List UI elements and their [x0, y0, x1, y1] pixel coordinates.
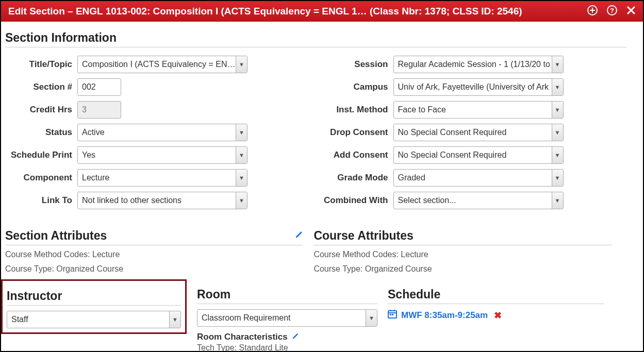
course-attributes-line1: Course Method Codes: Lecture [313, 248, 612, 261]
campus-select[interactable]: Univ of Ark, Fayetteville (University of… [393, 78, 564, 96]
section-attributes-line1: Course Method Codes: Lecture [5, 248, 303, 261]
campus-label: Campus [321, 82, 393, 92]
inst-method-select[interactable]: Face to Face▼ [393, 101, 564, 119]
left-column: Title/Topic Composition I (ACTS Equivale… [5, 51, 311, 214]
chevron-down-icon: ▼ [552, 102, 563, 118]
room-characteristics-heading: Room Characteristics [197, 332, 377, 342]
credit-hrs-input: 3 [77, 101, 121, 119]
instructor-room-schedule-row: Instructor Staff ▼ Room Classroom Requir… [5, 283, 626, 351]
instructor-block: Instructor Staff ▼ [1, 279, 187, 334]
close-icon[interactable] [626, 6, 636, 17]
remove-schedule-icon[interactable]: ✖ [494, 310, 502, 321]
chevron-down-icon: ▼ [236, 124, 247, 141]
svg-text:?: ? [610, 7, 614, 14]
section-number-input[interactable]: 002 [77, 78, 121, 96]
instructor-select[interactable]: Staff ▼ [7, 311, 181, 328]
chevron-down-icon: ▼ [552, 56, 563, 73]
chevron-down-icon: ▼ [236, 170, 247, 186]
right-column: Session Regular Academic Session - 1 (1/… [321, 51, 627, 214]
session-select[interactable]: Regular Academic Session - 1 (1/13/20 to… [393, 56, 564, 73]
inst-method-label: Inst. Method [321, 105, 393, 115]
schedule-print-select[interactable]: Yes▼ [77, 146, 247, 164]
pencil-icon[interactable] [292, 332, 299, 341]
section-attributes-heading: Section Attributes [5, 229, 303, 245]
instructor-heading: Instructor [7, 289, 181, 306]
chevron-down-icon: ▼ [552, 170, 563, 186]
room-characteristics-value: Tech Type: Standard Lite [197, 343, 377, 351]
help-icon[interactable]: ? [607, 5, 617, 18]
add-icon[interactable] [587, 5, 598, 18]
schedule-heading: Schedule [388, 288, 604, 304]
chevron-down-icon: ▼ [552, 192, 563, 209]
link-to-select[interactable]: Not linked to other sections▼ [77, 192, 247, 209]
course-attributes-line2: Course Type: Organized Course [313, 263, 612, 275]
schedule-line: MWF 8:35am-9:25am ✖ [388, 309, 604, 321]
grade-mode-label: Grade Mode [321, 173, 393, 183]
combined-with-select[interactable]: Select section...▼ [393, 192, 564, 209]
attributes-row: Section Attributes Course Method Codes: … [5, 225, 626, 275]
form-columns: Title/Topic Composition I (ACTS Equivale… [5, 51, 626, 214]
add-consent-select[interactable]: No Special Consent Required▼ [393, 146, 564, 164]
chevron-down-icon: ▼ [236, 147, 247, 163]
chevron-down-icon: ▼ [366, 310, 377, 326]
schedule-link[interactable]: MWF 8:35am-9:25am [401, 310, 488, 321]
section-attributes-block: Section Attributes Course Method Codes: … [5, 225, 303, 275]
room-heading: Room [197, 288, 377, 304]
calendar-icon[interactable] [388, 309, 397, 321]
course-attributes-block: Course Attributes Course Method Codes: L… [313, 225, 612, 275]
section-information-heading: Section Information [5, 31, 626, 47]
svg-rect-12 [392, 314, 393, 315]
edit-section-window: Edit Section – ENGL 1013-002: Compositio… [0, 0, 644, 352]
component-select[interactable]: Lecture▼ [77, 169, 247, 187]
chevron-down-icon: ▼ [236, 56, 247, 73]
titlebar: Edit Section – ENGL 1013-002: Compositio… [1, 1, 643, 22]
session-label: Session [321, 59, 393, 70]
room-block: Room Classroom Requirement ▼ Room Charac… [197, 283, 377, 351]
add-consent-label: Add Consent [321, 150, 393, 160]
combined-with-label: Combined With [321, 195, 393, 206]
titlebar-icons: ? [587, 5, 636, 18]
chevron-down-icon: ▼ [552, 79, 563, 95]
pencil-icon[interactable] [295, 230, 303, 241]
drop-consent-select[interactable]: No Special Consent Required▼ [393, 124, 564, 141]
section-number-label: Section # [5, 82, 77, 92]
chevron-down-icon: ▼ [552, 147, 563, 163]
status-select[interactable]: Active▼ [77, 124, 247, 141]
title-topic-value: Composition I (ACTS Equivalency = ENGL [82, 60, 236, 69]
title-topic-label: Title/Topic [5, 59, 77, 70]
chevron-down-icon: ▼ [169, 311, 180, 328]
course-attributes-heading: Course Attributes [313, 229, 612, 245]
credit-hrs-label: Credit Hrs [5, 105, 77, 115]
section-attributes-line2: Course Type: Organized Course [5, 263, 303, 275]
content-area: Section Information Title/Topic Composit… [1, 22, 643, 351]
room-select[interactable]: Classroom Requirement ▼ [197, 309, 377, 327]
grade-mode-select[interactable]: Graded▼ [393, 169, 564, 187]
drop-consent-label: Drop Consent [321, 127, 393, 138]
status-label: Status [5, 127, 77, 138]
link-to-label: Link To [5, 195, 77, 206]
component-label: Component [5, 173, 77, 183]
svg-rect-11 [390, 314, 391, 315]
schedule-block: Schedule MWF 8:35am-9:25am ✖ [388, 283, 604, 321]
window-title: Edit Section – ENGL 1013-002: Compositio… [8, 6, 587, 17]
chevron-down-icon: ▼ [552, 124, 563, 141]
schedule-print-label: Schedule Print [5, 150, 77, 160]
chevron-down-icon: ▼ [236, 192, 247, 209]
title-topic-select[interactable]: Composition I (ACTS Equivalency = ENGL▼ [77, 56, 247, 73]
